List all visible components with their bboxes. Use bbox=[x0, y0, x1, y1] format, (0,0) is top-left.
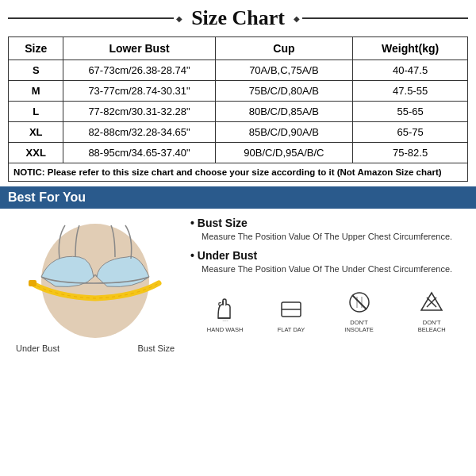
care-icons-row: ~~~ HAND WASH FLAT DAY bbox=[190, 286, 468, 333]
cell-size-2: L bbox=[9, 102, 63, 122]
title-row: ◆ Size Chart ◆ bbox=[8, 6, 468, 30]
under-bust-label: Under Bust bbox=[16, 344, 60, 353]
cell-size-4: XXL bbox=[9, 143, 63, 163]
bra-svg bbox=[8, 213, 182, 340]
col-header-cup: Cup bbox=[215, 37, 353, 60]
svg-rect-1 bbox=[29, 280, 36, 286]
table-row: XXL88-95cm/34.65-37.40"90B/C/D,95A/B/C75… bbox=[9, 143, 468, 163]
size-chart-section: ◆ Size Chart ◆ Size Lower Bust Cup Weigh… bbox=[0, 0, 476, 182]
best-for-you-content: Under Bust Bust Size Bust Size Measure T… bbox=[0, 209, 476, 476]
size-table: Size Lower Bust Cup Weight(kg) S67-73cm/… bbox=[8, 36, 468, 182]
under-bust-title: Under Bust bbox=[190, 249, 468, 262]
table-row: M73-77cm/28.74-30.31"75B/C/D,80A/B47.5-5… bbox=[9, 81, 468, 102]
cell-weight-1: 47.5-55 bbox=[353, 81, 468, 102]
col-header-lower-bust: Lower Bust bbox=[63, 37, 215, 60]
cell-lowerBust-1: 73-77cm/28.74-30.31" bbox=[63, 81, 215, 102]
cell-size-3: XL bbox=[9, 122, 63, 143]
cell-size-1: M bbox=[9, 81, 63, 102]
notice-text: NOTIC: Please refer to this size chart a… bbox=[9, 163, 468, 182]
cell-lowerBust-2: 77-82cm/30.31-32.28" bbox=[63, 102, 215, 122]
page-wrapper: ◆ Size Chart ◆ Size Lower Bust Cup Weigh… bbox=[0, 0, 476, 476]
table-row: S67-73cm/26.38-28.74"70A/B,C,75A/B40-47.… bbox=[9, 60, 468, 81]
size-chart-title: Size Chart bbox=[191, 6, 285, 30]
bra-labels: Under Bust Bust Size bbox=[8, 344, 182, 353]
table-row: L77-82cm/30.31-32.28"80B/C/D,85A/B55-65 bbox=[9, 102, 468, 122]
cell-cup-1: 75B/C/D,80A/B bbox=[215, 81, 353, 102]
cell-weight-2: 55-65 bbox=[353, 102, 468, 122]
cell-weight-4: 75-82.5 bbox=[353, 143, 468, 163]
best-for-you-header: Best For You bbox=[0, 186, 476, 209]
care-no-iron: DON'T BELEACH bbox=[412, 287, 451, 333]
cell-weight-0: 40-47.5 bbox=[353, 60, 468, 81]
care-flat-dry-label: FLAT DAY bbox=[278, 326, 305, 333]
care-hand-wash-label: HAND WASH bbox=[207, 326, 244, 333]
measurements-side: Bust Size Measure The Position Value Of … bbox=[190, 213, 468, 471]
under-bust-desc: Measure The Position Value Of The Under … bbox=[190, 263, 468, 275]
cell-lowerBust-4: 88-95cm/34.65-37.40" bbox=[63, 143, 215, 163]
cell-size-0: S bbox=[9, 60, 63, 81]
bra-illustration: Under Bust Bust Size bbox=[8, 213, 182, 471]
under-bust-item: Under Bust Measure The Position Value Of… bbox=[190, 249, 468, 275]
cell-lowerBust-0: 67-73cm/26.38-28.74" bbox=[63, 60, 215, 81]
bust-size-item: Bust Size Measure The Position Value Of … bbox=[190, 217, 468, 243]
cell-weight-3: 65-75 bbox=[353, 122, 468, 143]
care-no-bleach: DON'T INSOLATE bbox=[340, 287, 379, 333]
care-hand-wash: ~~~ HAND WASH bbox=[207, 294, 244, 333]
care-no-bleach-label: DON'T INSOLATE bbox=[340, 319, 379, 333]
cell-cup-3: 85B/C/D,90A/B bbox=[215, 122, 353, 143]
bust-size-title: Bust Size bbox=[190, 217, 468, 229]
table-row: XL82-88cm/32.28-34.65"85B/C/D,90A/B65-75 bbox=[9, 122, 468, 143]
bust-size-desc: Measure The Position Value Of The Upper … bbox=[190, 231, 468, 243]
col-header-size: Size bbox=[9, 37, 63, 60]
col-header-weight: Weight(kg) bbox=[353, 37, 468, 60]
care-no-iron-label: DON'T BELEACH bbox=[412, 319, 451, 333]
care-flat-dry: FLAT DAY bbox=[276, 294, 306, 333]
bust-size-label: Bust Size bbox=[138, 344, 175, 353]
cell-cup-4: 90B/C/D,95A/B/C bbox=[215, 143, 353, 163]
cell-lowerBust-3: 82-88cm/32.28-34.65" bbox=[63, 122, 215, 143]
svg-text:~~~: ~~~ bbox=[222, 319, 228, 323]
svg-line-6 bbox=[352, 295, 367, 309]
notice-row: NOTIC: Please refer to this size chart a… bbox=[9, 163, 468, 182]
cell-cup-2: 80B/C/D,85A/B bbox=[215, 102, 353, 122]
cell-cup-0: 70A/B,C,75A/B bbox=[215, 60, 353, 81]
